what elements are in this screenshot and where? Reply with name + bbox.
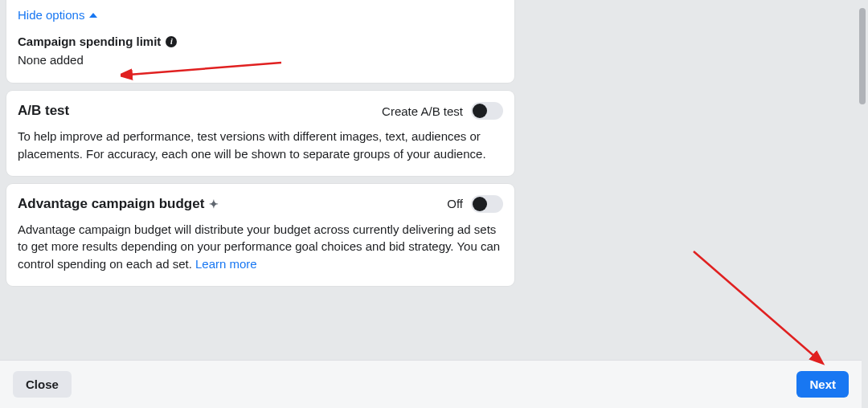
campaign-spending-card: Hide options Campaign spending limit i N… [6,0,514,83]
annotation-arrow-right [687,245,848,373]
advantage-budget-title-text: Advantage campaign budget [18,196,204,212]
advantage-budget-card: Advantage campaign budget ✦ Off Advantag… [6,184,514,286]
next-button[interactable]: Next [796,371,849,398]
hide-options-link[interactable]: Hide options [18,8,97,22]
advantage-budget-toggle-group: Off [447,195,503,213]
advantage-budget-toggle[interactable] [471,195,503,213]
learn-more-link[interactable]: Learn more [195,257,257,271]
close-button[interactable]: Close [13,371,72,398]
info-icon[interactable]: i [166,36,177,47]
advantage-budget-toggle-label: Off [447,197,463,210]
ab-test-description: To help improve ad performance, test ver… [18,128,503,163]
footer-bar: Close Next [0,360,862,408]
campaign-spending-limit-label: Campaign spending limit i [18,35,503,48]
advantage-budget-desc-text: Advantage campaign budget will distribut… [18,222,500,271]
advantage-budget-title: Advantage campaign budget ✦ [18,196,219,212]
scrollbar-track[interactable] [859,0,866,408]
toggle-knob-icon [473,104,487,118]
ab-test-toggle[interactable] [471,102,503,120]
sparkle-icon: ✦ [209,198,219,210]
toggle-knob-icon [473,197,487,211]
spending-limit-text: Campaign spending limit [18,35,161,48]
caret-up-icon [89,13,97,18]
hide-options-label: Hide options [18,8,84,22]
advantage-budget-description: Advantage campaign budget will distribut… [18,221,503,273]
spending-limit-value: None added [18,53,503,67]
scrollbar-thumb[interactable] [859,8,866,104]
ab-test-title: A/B test [18,103,69,119]
svg-line-1 [694,251,816,357]
ab-test-card: A/B test Create A/B test To help improve… [6,91,514,176]
ab-test-toggle-group: Create A/B test [382,102,503,120]
ab-test-toggle-label: Create A/B test [382,104,463,118]
